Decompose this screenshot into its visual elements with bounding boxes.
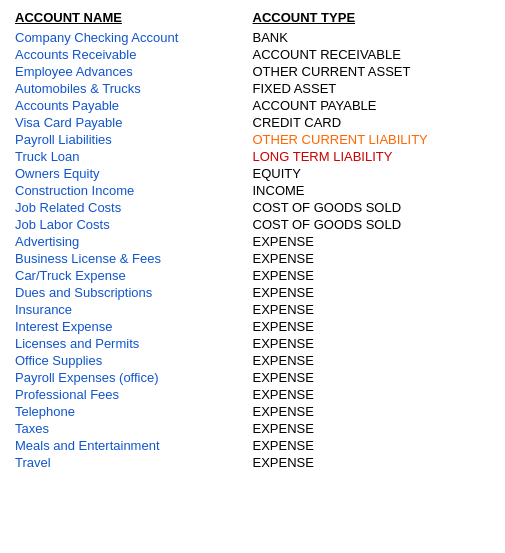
account-name-cell[interactable]: Meals and Entertainment <box>15 438 253 453</box>
table-row: Interest ExpenseEXPENSE <box>15 318 490 335</box>
account-type-cell: BANK <box>253 30 491 45</box>
table-row: Employee AdvancesOTHER CURRENT ASSET <box>15 63 490 80</box>
account-type-cell: LONG TERM LIABILITY <box>253 149 491 164</box>
table-row: Accounts ReceivableACCOUNT RECEIVABLE <box>15 46 490 63</box>
account-name-cell[interactable]: Taxes <box>15 421 253 436</box>
account-name-cell[interactable]: Advertising <box>15 234 253 249</box>
account-type-cell: EXPENSE <box>253 285 491 300</box>
table-row: TelephoneEXPENSE <box>15 403 490 420</box>
account-name-cell[interactable]: Job Labor Costs <box>15 217 253 232</box>
account-name-cell[interactable]: Insurance <box>15 302 253 317</box>
table-header: ACCOUNT NAME ACCOUNT TYPE <box>15 10 490 25</box>
account-type-cell: EXPENSE <box>253 336 491 351</box>
account-name-cell[interactable]: Job Related Costs <box>15 200 253 215</box>
account-type-cell: EQUITY <box>253 166 491 181</box>
account-type-cell: EXPENSE <box>253 353 491 368</box>
account-type-cell: COST OF GOODS SOLD <box>253 200 491 215</box>
account-type-cell: INCOME <box>253 183 491 198</box>
table-row: Business License & FeesEXPENSE <box>15 250 490 267</box>
account-type-cell: OTHER CURRENT ASSET <box>253 64 491 79</box>
table-row: Car/Truck ExpenseEXPENSE <box>15 267 490 284</box>
account-name-cell[interactable]: Visa Card Payable <box>15 115 253 130</box>
account-type-cell: EXPENSE <box>253 251 491 266</box>
table-row: Office SuppliesEXPENSE <box>15 352 490 369</box>
table-row: Meals and EntertainmentEXPENSE <box>15 437 490 454</box>
account-type-cell: EXPENSE <box>253 387 491 402</box>
account-name-cell[interactable]: Professional Fees <box>15 387 253 402</box>
account-type-cell: EXPENSE <box>253 234 491 249</box>
table-row: TaxesEXPENSE <box>15 420 490 437</box>
account-name-cell[interactable]: Licenses and Permits <box>15 336 253 351</box>
table-row: Accounts PayableACCOUNT PAYABLE <box>15 97 490 114</box>
account-type-cell: COST OF GOODS SOLD <box>253 217 491 232</box>
account-name-cell[interactable]: Accounts Receivable <box>15 47 253 62</box>
account-name-cell[interactable]: Accounts Payable <box>15 98 253 113</box>
account-name-cell[interactable]: Payroll Liabilities <box>15 132 253 147</box>
account-type-header: ACCOUNT TYPE <box>253 10 491 25</box>
account-type-cell: EXPENSE <box>253 438 491 453</box>
table-row: TravelEXPENSE <box>15 454 490 471</box>
account-name-cell[interactable]: Office Supplies <box>15 353 253 368</box>
account-type-cell: ACCOUNT PAYABLE <box>253 98 491 113</box>
account-name-cell[interactable]: Owners Equity <box>15 166 253 181</box>
account-name-cell[interactable]: Travel <box>15 455 253 470</box>
account-name-cell[interactable]: Automobiles & Trucks <box>15 81 253 96</box>
account-type-cell: FIXED ASSET <box>253 81 491 96</box>
table-row: Payroll Expenses (office)EXPENSE <box>15 369 490 386</box>
table-row: Dues and SubscriptionsEXPENSE <box>15 284 490 301</box>
table-row: Company Checking AccountBANK <box>15 29 490 46</box>
account-name-cell[interactable]: Payroll Expenses (office) <box>15 370 253 385</box>
account-type-cell: EXPENSE <box>253 404 491 419</box>
table-row: AdvertisingEXPENSE <box>15 233 490 250</box>
table-row: Job Related CostsCOST OF GOODS SOLD <box>15 199 490 216</box>
table-row: Professional FeesEXPENSE <box>15 386 490 403</box>
account-type-cell: CREDIT CARD <box>253 115 491 130</box>
table-body: Company Checking AccountBANKAccounts Rec… <box>15 29 490 471</box>
account-type-cell: EXPENSE <box>253 370 491 385</box>
table-row: Visa Card PayableCREDIT CARD <box>15 114 490 131</box>
account-name-header: ACCOUNT NAME <box>15 10 253 25</box>
accounts-table: ACCOUNT NAME ACCOUNT TYPE Company Checki… <box>15 10 490 471</box>
table-row: Truck LoanLONG TERM LIABILITY <box>15 148 490 165</box>
table-row: Automobiles & TrucksFIXED ASSET <box>15 80 490 97</box>
account-name-cell[interactable]: Interest Expense <box>15 319 253 334</box>
table-row: Payroll LiabilitiesOTHER CURRENT LIABILI… <box>15 131 490 148</box>
account-name-cell[interactable]: Company Checking Account <box>15 30 253 45</box>
table-row: Owners EquityEQUITY <box>15 165 490 182</box>
table-row: InsuranceEXPENSE <box>15 301 490 318</box>
account-name-cell[interactable]: Telephone <box>15 404 253 419</box>
account-name-cell[interactable]: Employee Advances <box>15 64 253 79</box>
account-type-cell: OTHER CURRENT LIABILITY <box>253 132 491 147</box>
account-type-cell: EXPENSE <box>253 455 491 470</box>
table-row: Licenses and PermitsEXPENSE <box>15 335 490 352</box>
account-type-cell: ACCOUNT RECEIVABLE <box>253 47 491 62</box>
table-row: Job Labor CostsCOST OF GOODS SOLD <box>15 216 490 233</box>
account-name-cell[interactable]: Construction Income <box>15 183 253 198</box>
account-name-cell[interactable]: Truck Loan <box>15 149 253 164</box>
account-name-cell[interactable]: Business License & Fees <box>15 251 253 266</box>
account-type-cell: EXPENSE <box>253 268 491 283</box>
account-name-cell[interactable]: Car/Truck Expense <box>15 268 253 283</box>
account-type-cell: EXPENSE <box>253 302 491 317</box>
account-type-cell: EXPENSE <box>253 421 491 436</box>
table-row: Construction IncomeINCOME <box>15 182 490 199</box>
account-name-cell[interactable]: Dues and Subscriptions <box>15 285 253 300</box>
account-type-cell: EXPENSE <box>253 319 491 334</box>
